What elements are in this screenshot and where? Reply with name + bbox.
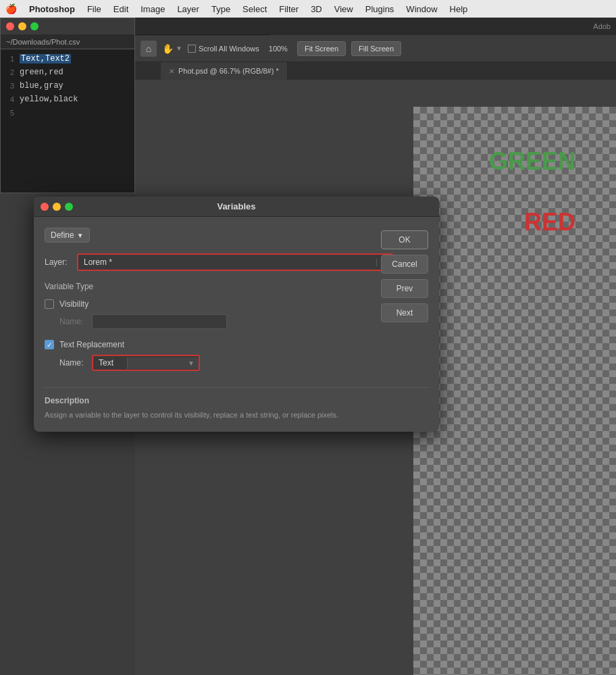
- hand-tool[interactable]: ✋ ▼: [162, 43, 182, 54]
- text-replacement-row: Text Replacement: [45, 340, 361, 349]
- menu-window[interactable]: Window: [406, 4, 437, 14]
- hand-tool-chevron: ▼: [176, 45, 182, 52]
- dialog-titlebar: Variables: [34, 197, 439, 217]
- variable-type-label: Variable Type: [45, 282, 361, 291]
- menu-edit[interactable]: Edit: [113, 4, 128, 14]
- ps-tab-bar: ✕ Phot.psd @ 66.7% (RGB/8#) *: [135, 62, 616, 80]
- name-value-container[interactable]: Text ▼: [92, 355, 200, 371]
- layer-select-container[interactable]: Lorem * ▼: [77, 253, 393, 271]
- menu-type[interactable]: Type: [211, 4, 230, 14]
- ok-button[interactable]: OK: [381, 230, 428, 249]
- prev-button[interactable]: Prev: [381, 279, 428, 298]
- define-row: Define ▼: [45, 228, 428, 243]
- description-section: Description Assign a variable to the lay…: [45, 387, 428, 421]
- apple-logo-icon[interactable]: 🍎: [5, 3, 17, 14]
- variables-dialog: Variables Define ▼ Layer: Lorem * ▼ ◀ ▶: [34, 197, 439, 432]
- text-editor-window: ~/Downloads/Phot.csv 1 Text,Text2 2 gree…: [0, 18, 135, 193]
- line-text: blue,gray: [20, 81, 63, 91]
- text-editor-path: ~/Downloads/Phot.csv: [1, 34, 134, 49]
- name-label-disabled: Name:: [59, 317, 86, 326]
- menu-select[interactable]: Select: [242, 4, 267, 14]
- layer-select-value: Lorem *: [78, 255, 376, 270]
- menu-image[interactable]: Image: [140, 4, 165, 14]
- editor-row-3: 3 blue,gray: [1, 79, 134, 93]
- line-number: 1: [1, 55, 20, 63]
- editor-row-1: 1 Text,Text2: [1, 52, 134, 66]
- home-button[interactable]: ⌂: [140, 41, 157, 57]
- editor-row-2: 2 green,red: [1, 66, 134, 79]
- menu-bar: 🍎 Photoshop File Edit Image Layer Type S…: [0, 0, 616, 18]
- text-replacement-checkbox[interactable]: [45, 340, 54, 349]
- name-value-input[interactable]: Text: [93, 356, 127, 370]
- menu-view[interactable]: View: [334, 4, 353, 14]
- editor-row-4: 4 yellow,black: [1, 93, 134, 106]
- line-number: 2: [1, 68, 20, 76]
- dialog-minimize-btn[interactable]: [53, 203, 61, 211]
- menu-3d[interactable]: 3D: [311, 4, 322, 14]
- line-text: Text,Text2: [20, 54, 71, 64]
- next-button[interactable]: Next: [381, 303, 428, 322]
- line-number: 5: [1, 109, 20, 117]
- line-number: 4: [1, 95, 20, 103]
- line-text: yellow,black: [20, 95, 78, 104]
- traffic-light-close[interactable]: [6, 22, 14, 30]
- menu-help[interactable]: Help: [450, 4, 468, 14]
- define-dropdown[interactable]: Define ▼: [45, 228, 90, 243]
- define-dropdown-chevron-icon: ▼: [77, 232, 84, 239]
- menu-file[interactable]: File: [87, 4, 101, 14]
- zoom-display: 100%: [265, 45, 292, 53]
- dialog-fullscreen-btn[interactable]: [65, 203, 73, 211]
- description-title: Description: [45, 396, 428, 405]
- dialog-traffic-lights: [41, 203, 73, 211]
- layer-row: Layer: Lorem * ▼ ◀ ▶: [45, 253, 428, 271]
- traffic-light-fullscreen[interactable]: [30, 22, 38, 30]
- adobe-label: Adob: [593, 22, 611, 30]
- dialog-buttons: OK Cancel Prev Next: [381, 230, 428, 322]
- fit-screen-button[interactable]: Fit Screen: [297, 41, 346, 56]
- define-label: Define: [51, 230, 74, 240]
- menu-layer[interactable]: Layer: [177, 4, 199, 14]
- name-value-row: Name: Text ▼: [59, 355, 361, 371]
- photoshop-app: ~/Downloads/Phot.csv 1 Text,Text2 2 gree…: [0, 18, 616, 675]
- canvas-checkerboard: [413, 107, 616, 675]
- line-number: 3: [1, 82, 20, 90]
- traffic-light-minimize[interactable]: [18, 22, 26, 30]
- ps-document-tab[interactable]: ✕ Phot.psd @ 66.7% (RGB/8#) *: [161, 62, 288, 80]
- description-text: Assign a variable to the layer to contro…: [45, 409, 428, 421]
- visibility-checkbox[interactable]: [45, 299, 54, 309]
- text-editor-titlebar: [1, 18, 134, 34]
- name-row-disabled: Name:: [59, 314, 361, 329]
- fill-screen-button[interactable]: Fill Screen: [351, 41, 401, 56]
- scroll-all-windows-label: Scroll All Windows: [199, 45, 259, 53]
- ps-top-toolbar: Adob: [135, 18, 616, 35]
- name-value-select-arrow-icon: ▼: [188, 359, 195, 367]
- dialog-close-btn[interactable]: [41, 203, 49, 211]
- editor-row-5: 5: [1, 106, 134, 120]
- ps-secondary-toolbar: ⌂ ✋ ▼ Scroll All Windows 100% Fit Screen…: [135, 35, 616, 62]
- text-replacement-label: Text Replacement: [59, 340, 124, 349]
- dialog-body: Define ▼ Layer: Lorem * ▼ ◀ ▶ Variable T…: [34, 217, 439, 432]
- menu-filter[interactable]: Filter: [279, 4, 299, 14]
- close-tab-icon[interactable]: ✕: [169, 68, 174, 75]
- canvas-green-text: GREEN: [489, 147, 575, 176]
- line-text: green,red: [20, 68, 63, 77]
- scroll-all-windows-control[interactable]: Scroll All Windows: [188, 45, 259, 53]
- name-value-label: Name:: [59, 358, 86, 368]
- tab-label: Phot.psd @ 66.7% (RGB/8#) *: [178, 67, 279, 75]
- menu-plugins[interactable]: Plugins: [365, 4, 394, 14]
- dialog-title: Variables: [217, 201, 255, 211]
- menu-photoshop[interactable]: Photoshop: [29, 4, 75, 14]
- canvas-red-text: RED: [524, 208, 575, 236]
- name-input-disabled: [92, 314, 227, 329]
- layer-label: Layer:: [45, 257, 72, 267]
- visibility-label: Visibility: [59, 299, 88, 309]
- name-value-select-dropdown[interactable]: ▼: [127, 357, 199, 369]
- scroll-all-windows-checkbox[interactable]: [188, 45, 196, 53]
- text-editor-content: 1 Text,Text2 2 green,red 3 blue,gray 4 y…: [1, 49, 134, 193]
- cancel-button[interactable]: Cancel: [381, 255, 428, 274]
- visibility-row: Visibility: [45, 299, 361, 309]
- hand-icon: ✋: [162, 43, 174, 54]
